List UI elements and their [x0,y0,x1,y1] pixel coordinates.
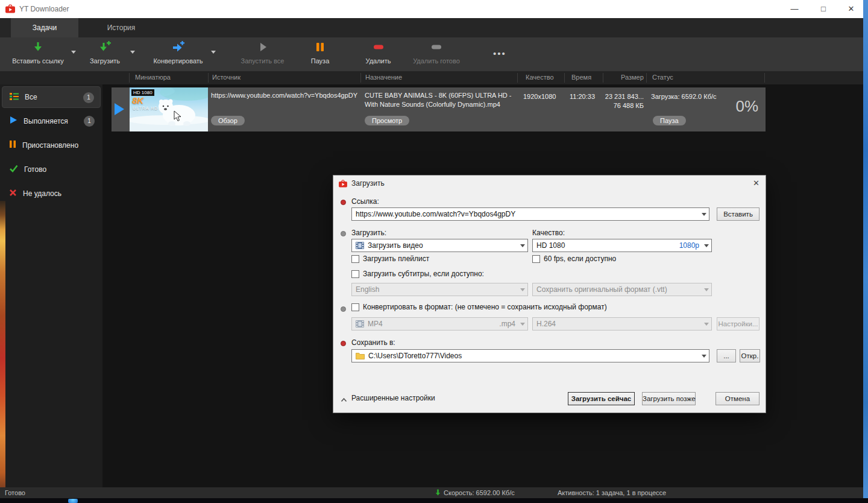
convert-checkbox-box[interactable] [351,303,359,311]
open-folder-button[interactable]: Откр. [740,349,760,362]
sidebar-item-all[interactable]: Все 1 [2,86,101,108]
download-now-button[interactable]: Загрузить сейчас [568,392,635,405]
pause-bars-icon [299,41,341,55]
more-actions-button[interactable]: ••• [486,48,514,59]
format-extension: .mp4 [499,320,515,328]
convert-label: Конвертировать [146,57,210,65]
subtitles-language-chevron-icon [520,288,525,291]
status-speed-text: Скорость: 6592.00 Кб/с [444,487,515,498]
playlist-checkbox[interactable]: Загрузить плейлист [351,255,429,263]
status-bar: Готово Скорость: 6592.00 Кб/с Активность… [0,487,863,498]
subtitles-format-combobox: Сохранить оригинальный формат (.vtt) [532,283,712,296]
tab-history[interactable]: История [78,18,164,37]
quality-combobox[interactable]: HD 1080 1080p [532,239,712,252]
sidebar-item-paused-label: Приостановлено [22,141,78,150]
column-status: Статус [652,74,673,81]
mouse-cursor [174,110,181,124]
status-speed-group: Скорость: 6592.00 Кб/с [435,487,515,498]
taskbar-app-icon[interactable] [68,499,78,503]
convert-button[interactable]: Конвертировать [146,41,210,69]
sidebar: Все 1 Выполняется 1 Приостановлено Готов… [0,84,102,487]
save-path-combobox[interactable]: C:\Users\DToretto777\Videos [351,349,709,362]
link-label: Ссылка: [351,197,379,206]
close-button[interactable]: ✕ [841,0,861,18]
delete-button[interactable]: Удалить [353,41,404,69]
column-thumbnail: Миниатюра [135,74,171,81]
save-path-chevron-icon[interactable] [702,355,706,358]
task-pause-button[interactable]: Пауза [653,116,686,125]
link-value: https://www.youtube.com/watch?v=Ybqdos4g… [356,210,698,218]
task-source-url: https://www.youtube.com/watch?v=Ybqdos4g… [211,91,363,100]
download-type-chevron-icon[interactable] [520,244,525,247]
download-dropdown-chevron-icon[interactable] [130,51,135,54]
download-later-button[interactable]: Загрузить позже [642,392,696,405]
quality-chevron-icon[interactable] [704,244,709,247]
sidebar-item-running[interactable]: Выполняется 1 [2,110,101,132]
dialog-close-icon[interactable]: ✕ [753,176,760,191]
tab-tasks[interactable]: Задачи [11,18,78,37]
speed-down-arrow-icon [435,489,441,496]
paste-button[interactable]: Вставить [717,207,760,221]
task-destination-name: CUTE BABY ANIMALS - 8K (60FPS) ULTRA HD … [365,91,520,109]
codec-chevron-icon [704,323,709,326]
sidebar-item-failed[interactable]: Не удалось [2,183,101,204]
dialog-title: Загрузить [351,176,385,191]
task-size-downloaded: 23 231 843... [590,92,644,101]
task-play-icon[interactable] [115,103,124,115]
subtitles-language-combobox: English [351,283,528,296]
sidebar-item-paused[interactable]: Приостановлено [2,134,101,156]
link-chevron-icon[interactable] [702,213,706,216]
subtitles-format-chevron-icon [704,288,709,291]
toolbar: Вставить ссылку Загрузить [0,37,863,71]
dialog-title-bar[interactable]: Загрузить ✕ [333,176,766,191]
sidebar-item-done[interactable]: Готово [2,159,101,180]
link-combobox[interactable]: https://www.youtube.com/watch?v=Ybqdos4g… [351,207,709,221]
format-film-icon [356,320,364,327]
task-row[interactable]: HD 1080 8K ULTRA HD https://www.youtube.… [112,87,766,131]
desktop-wallpaper-right-edge [863,0,868,503]
codec-combobox: H.264 [532,317,712,331]
column-source: Источник [212,74,241,81]
minimize-button[interactable]: — [784,0,805,18]
delete-done-minus-icon [409,41,464,55]
running-play-icon [9,116,17,127]
app-logo-icon [5,4,15,16]
task-preview-button[interactable]: Просмотр [365,116,409,125]
save-to-label: Сохранить в: [351,338,395,347]
download-button[interactable]: Загрузить [83,41,127,69]
start-all-button: Запустить все [234,41,291,69]
column-quality: Качество [526,74,554,81]
pause-button[interactable]: Пауза [299,41,341,69]
fps-checkbox-box[interactable] [532,255,540,263]
all-list-icon [10,92,19,103]
task-status-text: Загрузка: 6592.0 Кб/с [651,92,717,101]
format-settings-button: Настройки... [717,317,760,331]
thumb-ultra-hd-label: ULTRA HD [133,106,158,110]
required-bullet-link [341,200,346,205]
task-source-browse-button[interactable]: Обзор [211,116,245,125]
download-type-value: Загрузить видео [368,241,517,250]
browse-button[interactable]: ... [717,349,736,362]
download-type-combobox[interactable]: Загрузить видео [351,239,528,252]
fps-checkbox[interactable]: 60 fps, если доступно [532,255,616,263]
task-size-total: 76 488 КБ [590,101,644,110]
download-label: Загрузить [83,57,127,65]
bullet-convert [341,306,346,312]
tab-bar: Задачи История [0,18,863,37]
advanced-settings-link[interactable]: Расширенные настройки [351,394,435,402]
subtitles-checkbox-box[interactable] [351,270,359,278]
paused-pause-icon [9,140,16,151]
playlist-checkbox-box[interactable] [351,255,359,263]
maximize-button[interactable]: □ [813,0,834,18]
fps-checkbox-label: 60 fps, если доступно [544,255,616,263]
convert-checkbox[interactable]: Конвертировать в формат: (не отмечено = … [351,303,607,311]
cancel-button[interactable]: Отмена [715,392,760,405]
paste-link-dropdown-chevron-icon[interactable] [71,51,76,54]
convert-dropdown-chevron-icon[interactable] [211,51,216,54]
paste-link-button[interactable]: Вставить ссылку [5,41,71,69]
thumb-8k-label: 8K [132,95,143,106]
advanced-chevron-up-icon[interactable] [341,394,347,405]
subtitles-checkbox[interactable]: Загрузить субтитры, если доступно: [351,270,484,278]
delete-done-label: Удалить готово [409,57,464,65]
pause-label: Пауза [299,57,341,65]
